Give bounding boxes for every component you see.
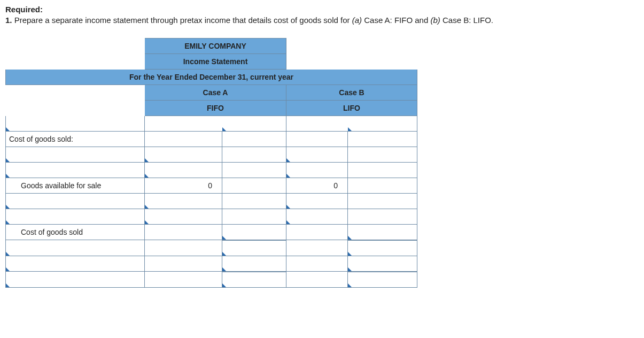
case-b-sub-input[interactable] xyxy=(286,209,348,224)
case-a-header: Case A xyxy=(145,84,286,100)
label-input[interactable] xyxy=(6,162,145,178)
case-a-goods-available: 0 xyxy=(145,178,222,193)
case-b-goods-available: 0 xyxy=(286,178,348,193)
case-b-header: Case B xyxy=(286,84,417,100)
prompt-a: (a) xyxy=(352,16,362,25)
case-b-value-input[interactable] xyxy=(348,272,417,288)
income-statement-table: EMILY COMPANY Income Statement For the Y… xyxy=(5,38,417,288)
case-b-sub-input[interactable] xyxy=(286,147,348,162)
lifo-header: LIFO xyxy=(286,100,417,116)
case-b-value-input[interactable] xyxy=(348,256,417,272)
case-a-sub-input[interactable] xyxy=(145,147,222,162)
company-name: EMILY COMPANY xyxy=(145,38,286,53)
cogs-section-label: Cost of goods sold: xyxy=(6,131,145,147)
label-input[interactable] xyxy=(6,272,145,288)
statement-period: For the Year Ended December 31, current … xyxy=(6,69,417,84)
case-a-sub-input[interactable] xyxy=(145,162,222,178)
case-a-sub-input[interactable] xyxy=(145,193,222,209)
fifo-header: FIFO xyxy=(145,100,286,116)
cogs-total-label: Cost of goods sold xyxy=(6,224,145,240)
prompt-part3: Case B: LIFO. xyxy=(440,16,493,25)
label-input[interactable] xyxy=(6,209,145,224)
prompt-b: (b) xyxy=(430,16,440,25)
case-b-sub-input[interactable] xyxy=(286,162,348,178)
case-a-sub-input[interactable] xyxy=(145,209,222,224)
goods-available-label: Goods available for sale xyxy=(6,178,145,193)
prompt-part1: Prepare a separate income statement thro… xyxy=(12,16,352,25)
case-a-value-input[interactable] xyxy=(222,116,286,131)
label-input[interactable] xyxy=(6,256,145,272)
case-b-value-input[interactable] xyxy=(348,116,417,131)
label-input[interactable] xyxy=(6,147,145,162)
case-a-value-input[interactable] xyxy=(222,240,286,256)
case-b-value-input[interactable] xyxy=(348,240,417,256)
case-b-value-input[interactable] xyxy=(348,224,417,240)
label-input[interactable] xyxy=(6,240,145,256)
case-a-value-input[interactable] xyxy=(222,256,286,272)
required-label: Required: xyxy=(5,5,43,14)
question-prompt: Required: 1. Prepare a separate income s… xyxy=(5,4,639,26)
label-input[interactable] xyxy=(6,116,145,131)
case-a-value-input[interactable] xyxy=(222,224,286,240)
case-a-value-input[interactable] xyxy=(222,272,286,288)
case-b-sub-input[interactable] xyxy=(286,193,348,209)
statement-title: Income Statement xyxy=(145,53,286,69)
label-input[interactable] xyxy=(6,193,145,209)
prompt-part2: Case A: FIFO and xyxy=(362,16,430,25)
item-number: 1. xyxy=(5,16,12,25)
